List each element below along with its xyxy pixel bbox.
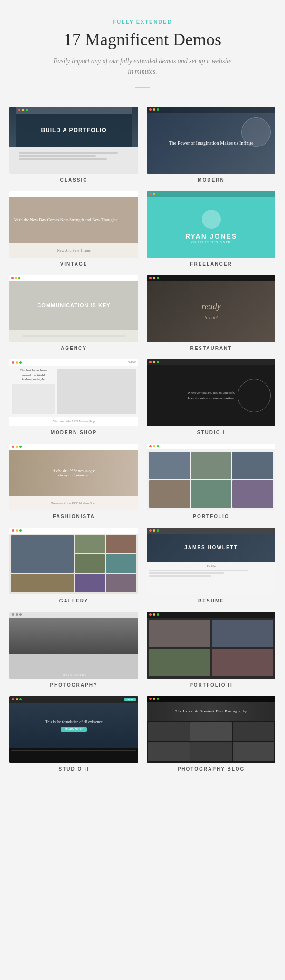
modernshop-content: The best looks fromaround the Worldfashi… xyxy=(10,366,138,417)
demo-item-vintage[interactable]: With the New Day Comes New Strength and … xyxy=(10,191,138,267)
dot-r11 xyxy=(149,529,152,532)
studio2-nav: NEW xyxy=(10,696,138,703)
header-section: FULLY EXTENDED 17 Magnificent Demos Easi… xyxy=(10,19,276,88)
demo-item-gallery[interactable]: GALLERY xyxy=(10,528,138,603)
studio2-bottom xyxy=(10,748,138,763)
demo-item-modern[interactable]: The Power of Imagination Makes us Infini… xyxy=(147,107,276,183)
gallery-mosaic xyxy=(10,534,138,594)
mc3 xyxy=(106,535,136,554)
photoblog-content: The Latest & Greatest Fine Photography xyxy=(147,702,276,763)
demo-thumb-portfolio xyxy=(147,444,276,510)
restaurant-hero: readyto eat? xyxy=(147,281,276,342)
demo-item-classic[interactable]: BUILD A PORTFOLIO CLASSIC xyxy=(10,107,138,183)
portfolio2-label: PORTFOLIO II xyxy=(147,682,276,688)
line1 xyxy=(19,152,118,154)
demo-item-freelancer[interactable]: RYAN JONES GRAPHIC DESIGNER FREELANCER xyxy=(147,191,276,267)
fashionista-label: FASHIONISTA xyxy=(10,514,138,519)
dot-r14 xyxy=(12,698,14,700)
dot-g8 xyxy=(19,446,22,448)
photography-label: PHOTOGRAPHY xyxy=(10,682,138,688)
modern-hero-text: The Power of Imagination Makes us Infini… xyxy=(167,137,256,149)
portfolio-nav xyxy=(147,444,276,449)
dot-y3 xyxy=(153,193,155,195)
photoblog-label: PHOTOGRAPHY BLOG xyxy=(147,767,276,772)
dot-r2 xyxy=(149,108,152,111)
dot-red xyxy=(18,109,20,111)
dot-g15 xyxy=(157,698,159,700)
classic-bottom xyxy=(16,147,132,174)
modernshop-label: MODERN SHOP xyxy=(10,430,138,435)
demo-thumb-classic: BUILD A PORTFOLIO xyxy=(10,107,138,174)
dot-y4 xyxy=(15,277,17,279)
dot-g9 xyxy=(157,445,159,447)
demo-thumb-studio2: NEW This is the foundation of all existe… xyxy=(10,696,138,763)
dot-y13 xyxy=(153,613,155,616)
photography-caption: PHOTOGRAPHY xyxy=(61,673,87,676)
demo-thumb-photography: PHOTOGRAPHY xyxy=(10,612,138,679)
classic-lines xyxy=(19,152,129,160)
demo-item-studio1[interactable]: Wherever you are, design your life.Live … xyxy=(147,359,276,435)
vintage-content: With the New Day Comes New Strength and … xyxy=(10,197,138,243)
demo-item-modernshop[interactable]: SHOP The best looks fromaround the World… xyxy=(10,359,138,435)
dot-y8 xyxy=(16,446,18,448)
photoblog-title: The Latest & Greatest Fine Photography xyxy=(175,709,247,713)
demo-item-portfolio[interactable]: PORTFOLIO xyxy=(147,444,276,519)
dot-r4 xyxy=(11,277,14,279)
dot-yellow xyxy=(22,109,24,111)
portfolio-label: PORTFOLIO xyxy=(147,514,276,519)
dot-g12 xyxy=(19,613,22,616)
demo-item-restaurant[interactable]: readyto eat? RESTAURANT xyxy=(147,275,276,351)
pb-mc4 xyxy=(148,742,190,761)
dot-y5 xyxy=(153,277,155,279)
demo-thumb-resume: JAMES HOWLETT Profile xyxy=(147,528,276,594)
vintage-label: VINTAGE xyxy=(10,262,138,267)
demo-item-resume[interactable]: JAMES HOWLETT Profile RESUME xyxy=(147,528,276,603)
divider xyxy=(135,87,150,88)
freelancer-nav xyxy=(147,191,276,197)
demo-item-agency[interactable]: COMMUNICATION IS KEY AGENCY xyxy=(10,275,138,351)
dot-r5 xyxy=(149,277,152,279)
pb-mc5 xyxy=(190,742,232,761)
vintage-nav xyxy=(10,191,138,197)
fashionista-caption: Welcome to the EZIO Modern Shop xyxy=(51,502,96,505)
dot-r13 xyxy=(149,613,152,616)
studio2-btn[interactable]: LEARN MORE xyxy=(61,727,87,732)
resume-content: Profile xyxy=(147,562,276,594)
demo-item-portfolio2[interactable]: PORTFOLIO II xyxy=(147,612,276,688)
dot-r6 xyxy=(12,361,14,364)
mc7 xyxy=(75,574,105,592)
demo-item-fashionista[interactable]: A girl should be two things:classy and f… xyxy=(10,444,138,519)
dot-g5 xyxy=(157,277,159,279)
resume-line2 xyxy=(149,572,224,574)
studio2-hero: This is the foundation of all existence … xyxy=(10,703,138,748)
p2-cell4 xyxy=(212,649,273,676)
dot-r15 xyxy=(149,698,152,700)
mc8 xyxy=(106,574,136,592)
studio2-label: STUDIO II xyxy=(10,767,138,772)
dot-r7 xyxy=(149,361,152,363)
fashionista-bottom: Welcome to the EZIO Modern Shop xyxy=(10,496,138,510)
demo-item-photoblog[interactable]: The Latest & Greatest Fine Photography P… xyxy=(147,696,276,772)
portfolio-grid xyxy=(147,449,276,510)
classic-hero: BUILD A PORTFOLIO xyxy=(16,114,132,147)
agency-line xyxy=(22,335,125,337)
studio1-hero: Wherever you are, design your life.Live … xyxy=(147,365,276,426)
restaurant-nav xyxy=(147,275,276,281)
classic-topbar xyxy=(16,107,132,114)
dot-g10 xyxy=(19,529,22,532)
demo-item-photography[interactable]: PHOTOGRAPHY PHOTOGRAPHY xyxy=(10,612,138,688)
dot-r10 xyxy=(12,529,14,532)
p2-cell3 xyxy=(149,649,210,676)
dot-y7 xyxy=(153,361,155,363)
modern-hero: The Power of Imagination Makes us Infini… xyxy=(147,113,276,174)
dot-y2 xyxy=(153,108,155,111)
studio1-text: Wherever you are, design your life.Live … xyxy=(183,390,239,400)
demo-item-studio2[interactable]: NEW This is the foundation of all existe… xyxy=(10,696,138,772)
cell3 xyxy=(232,452,273,479)
resume-line3 xyxy=(149,575,211,577)
modernshop-leftcol: The best looks fromaround the Worldfashi… xyxy=(12,369,55,414)
studio1-label: STUDIO I xyxy=(147,430,276,435)
agency-bottom xyxy=(10,330,138,342)
modern-nav xyxy=(147,107,276,113)
dot-g7 xyxy=(157,361,159,363)
